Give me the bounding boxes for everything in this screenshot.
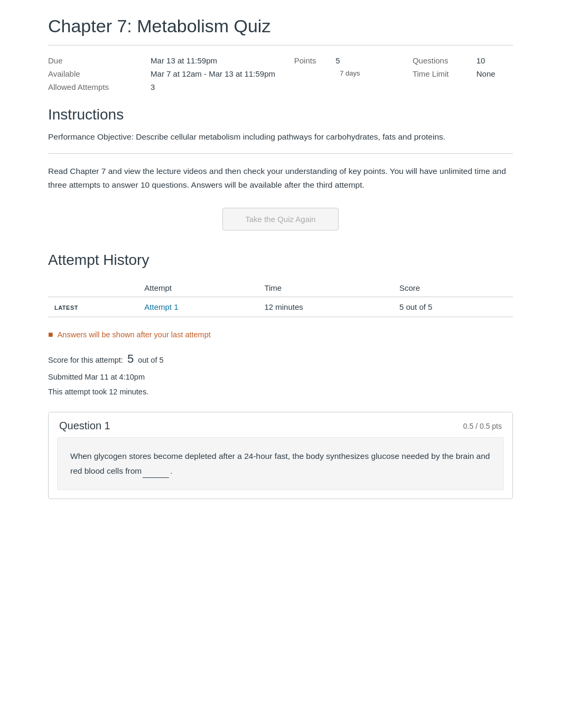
table-row: LATEST Attempt 1 12 minutes 5 out of 5 bbox=[48, 297, 513, 317]
question-text-after: . bbox=[170, 466, 172, 475]
attempt-history-title: Attempt History bbox=[48, 252, 513, 269]
col-latest-header bbox=[48, 279, 138, 297]
points-value: 5 bbox=[335, 54, 381, 67]
score-number: 5 bbox=[127, 352, 134, 365]
instructions-text: Performance Objective: Describe cellular… bbox=[48, 131, 513, 144]
answers-notice-text: Answers will be shown after your last at… bbox=[58, 330, 211, 339]
take-quiz-button[interactable]: Take the Quiz Again bbox=[222, 208, 339, 231]
desc-divider bbox=[48, 153, 513, 154]
instructions-title: Instructions bbox=[48, 106, 513, 123]
attempt-score: 5 out of 5 bbox=[393, 297, 513, 317]
time-limit-label: Time Limit bbox=[413, 67, 476, 80]
score-line: Score for this attempt: 5 out of 5 bbox=[48, 348, 513, 370]
question-text-1: When glycogen stores become depleted aft… bbox=[70, 449, 491, 478]
questions-label: Questions bbox=[413, 54, 476, 67]
allowed-value: 3 bbox=[151, 80, 263, 94]
attempt-link[interactable]: Attempt 1 bbox=[144, 302, 178, 311]
question-pts-1: 0.5 / 0.5 pts bbox=[463, 422, 502, 430]
question-header-1: Question 1 0.5 / 0.5 pts bbox=[49, 412, 512, 437]
warning-icon: ■ bbox=[48, 330, 53, 339]
question-text-before: When glycogen stores become depleted aft… bbox=[70, 451, 490, 475]
answers-notice: ■ Answers will be shown after your last … bbox=[48, 330, 513, 339]
score-details: Score for this attempt: 5 out of 5 Submi… bbox=[48, 348, 513, 399]
available-label: Available bbox=[48, 67, 151, 80]
description-block: Read Chapter 7 and view the lecture vide… bbox=[48, 164, 513, 192]
allowed-label: Allowed Attempts bbox=[48, 80, 151, 94]
available-value: Mar 7 at 12am - Mar 13 at 11:59pm bbox=[151, 67, 335, 80]
title-divider bbox=[48, 45, 513, 45]
col-time-header: Time bbox=[258, 279, 392, 297]
attempt-time: 12 minutes bbox=[258, 297, 392, 317]
col-attempt-header: Attempt bbox=[138, 279, 258, 297]
submitted-line: Submitted Mar 11 at 4:10pm bbox=[48, 370, 513, 385]
duration-line: This attempt took 12 minutes. bbox=[48, 385, 513, 400]
time-limit-value: None bbox=[476, 67, 513, 80]
col-score-header: Score bbox=[393, 279, 513, 297]
page-container: Chapter 7: Metabolism Quiz Due Mar 13 at… bbox=[27, 0, 534, 515]
question-card-1: Question 1 0.5 / 0.5 pts When glycogen s… bbox=[48, 412, 513, 499]
question-title-1: Question 1 bbox=[59, 420, 110, 432]
attempt-table: Attempt Time Score LATEST Attempt 1 12 m… bbox=[48, 279, 513, 317]
score-out-of: out of 5 bbox=[138, 356, 163, 364]
meta-table: Due Mar 13 at 11:59pm Points 5 Questions… bbox=[48, 54, 513, 94]
questions-value: 10 bbox=[476, 54, 513, 67]
due-value: Mar 13 at 11:59pm bbox=[151, 54, 263, 67]
score-label: Score for this attempt: bbox=[48, 356, 123, 364]
points-label: Points bbox=[294, 54, 336, 67]
latest-badge: LATEST bbox=[54, 305, 78, 311]
due-label: Due bbox=[48, 54, 151, 67]
duration-value: 7 days bbox=[335, 67, 381, 80]
question-body-1: When glycogen stores become depleted aft… bbox=[57, 437, 504, 490]
question-blank bbox=[143, 464, 169, 478]
page-title: Chapter 7: Metabolism Quiz bbox=[48, 16, 513, 36]
